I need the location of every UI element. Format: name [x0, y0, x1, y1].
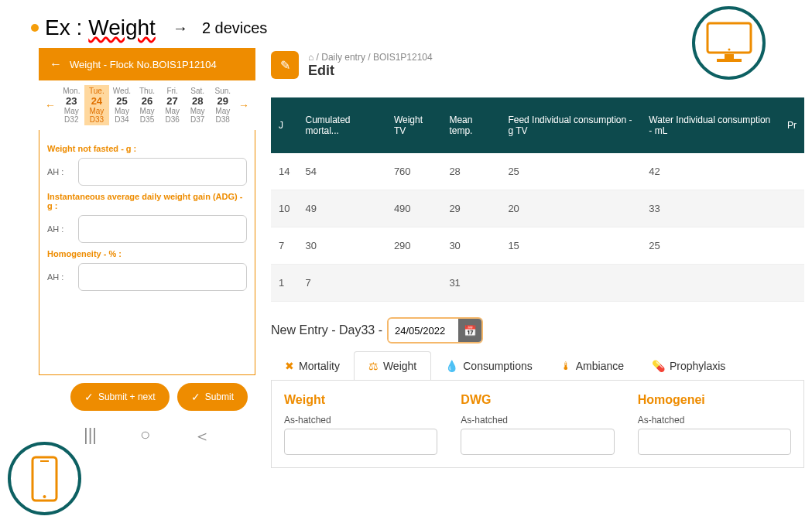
android-nav: ||| ○ ＜: [39, 419, 255, 451]
cal-day[interactable]: Sun.29MayD38: [210, 85, 235, 125]
table-cell: 30: [441, 227, 500, 265]
home-crumb[interactable]: ⌂: [308, 52, 313, 63]
submit-button[interactable]: ✓Submit: [177, 383, 248, 411]
table-cell: 7: [297, 265, 385, 302]
table-cell: 30: [297, 227, 385, 265]
table-cell: 7: [271, 227, 297, 265]
cal-day-selected[interactable]: Tue.24MayD33: [84, 85, 110, 125]
prophylaxis-icon: 💊: [652, 360, 665, 372]
table-cell: 33: [641, 190, 779, 227]
table-cell: 25: [641, 227, 779, 265]
title-ex: Ex :: [45, 15, 82, 40]
ambiance-icon: 🌡: [560, 360, 571, 372]
title-devices: 2 devices: [202, 19, 268, 37]
new-entry-label: New Entry - Day33 -: [271, 323, 382, 337]
col-mortal: Cumulated mortal...: [297, 97, 385, 153]
svg-rect-0: [708, 23, 751, 53]
flock-crumb[interactable]: BOIS1P12104: [373, 52, 433, 63]
col-feed: Feed Individual consumption - g TV: [500, 97, 641, 153]
cal-day[interactable]: Sat.28MayD37: [185, 85, 211, 125]
cal-day[interactable]: Fri.27MayD36: [159, 85, 185, 125]
table-cell: [641, 265, 779, 302]
panel-homog-title: Homogenei: [638, 393, 791, 407]
back-arrow-icon[interactable]: ←: [50, 57, 62, 71]
tab-prophylaxis[interactable]: 💊Prophylaxis: [638, 351, 739, 380]
table-cell: 29: [441, 190, 500, 227]
desktop-screen: ✎ ⌂ / Daily entry / BOIS1P12104 Edit J C…: [271, 48, 812, 468]
col-water: Water Individual consumption - mL: [641, 97, 779, 153]
homog-input[interactable]: [78, 263, 247, 291]
monitor-icon: [692, 6, 766, 80]
breadcrumb: ⌂ / Daily entry / BOIS1P12104: [308, 52, 433, 63]
tabs: ✖Mortality ⚖Weight 💧Consumptions 🌡Ambian…: [271, 351, 804, 380]
back-icon[interactable]: ＜: [194, 425, 211, 448]
table-cell: 10: [271, 190, 297, 227]
table-cell: 20: [500, 190, 641, 227]
table-cell: 490: [386, 190, 442, 227]
weight-label: Weight not fasted - g :: [47, 144, 247, 153]
table-row: 1731: [271, 265, 804, 302]
cal-prev-icon[interactable]: ←: [42, 99, 59, 111]
calendar-icon[interactable]: 📅: [458, 319, 481, 342]
col-temp: Mean temp.: [441, 97, 500, 153]
mobile-form: Weight not fasted - g : AH : Instantaneo…: [39, 130, 255, 375]
cal-day[interactable]: Wed.25MayD34: [109, 85, 135, 125]
table-cell: [779, 153, 804, 190]
ah-label: AH :: [47, 224, 70, 234]
svg-rect-1: [725, 54, 734, 59]
adg-label: Instantaneous average daily weight gain …: [47, 192, 247, 210]
col-weight: Weight TV: [386, 97, 442, 153]
cal-day[interactable]: Mon.23MayD32: [59, 85, 84, 125]
table-cell: [779, 227, 804, 265]
submit-next-button[interactable]: ✓Submit + next: [70, 383, 170, 411]
table-cell: 760: [386, 153, 442, 190]
table-cell: [779, 190, 804, 227]
col-pr: Pr: [779, 97, 804, 153]
edit-icon: ✎: [271, 51, 299, 79]
panel-weight-input[interactable]: [284, 429, 437, 455]
title-weight: Weight: [88, 15, 156, 40]
consumptions-icon: 💧: [445, 360, 458, 372]
tab-consumptions[interactable]: 💧Consumptions: [431, 351, 546, 380]
mobile-screen: ← Weight - Flock No.BOIS1P12104 ← Mon.23…: [39, 48, 255, 468]
data-table: J Cumulated mortal... Weight TV Mean tem…: [271, 97, 804, 302]
cal-day[interactable]: Thu.26MayD35: [135, 85, 160, 125]
table-cell: 28: [441, 153, 500, 190]
table-cell: 14: [271, 153, 297, 190]
tab-ambiance[interactable]: 🌡Ambiance: [546, 351, 638, 380]
recent-apps-icon[interactable]: |||: [84, 425, 97, 448]
as-hatched-label: As-hatched: [461, 415, 614, 426]
weight-input[interactable]: [78, 158, 247, 186]
title-arrow: →: [173, 19, 188, 37]
table-cell: [386, 265, 442, 302]
tab-mortality[interactable]: ✖Mortality: [271, 351, 354, 380]
svg-rect-2: [717, 59, 742, 62]
mobile-header: ← Weight - Flock No.BOIS1P12104: [39, 48, 255, 80]
col-j: J: [271, 97, 297, 153]
date-input[interactable]: [389, 320, 458, 341]
table-row: 1454760282542: [271, 153, 804, 190]
cal-next-icon[interactable]: →: [235, 99, 252, 111]
homog-label: Homogeneity - % :: [47, 249, 247, 258]
panel-homog-input[interactable]: [638, 429, 791, 455]
table-cell: [779, 265, 804, 302]
entry-panel: Weight As-hatched DWG As-hatched Homogen…: [271, 380, 804, 468]
table-row: 1049490292033: [271, 190, 804, 227]
slide-title: Ex : Weight → 2 devices: [0, 0, 812, 48]
tab-weight[interactable]: ⚖Weight: [354, 351, 431, 380]
table-cell: 42: [641, 153, 779, 190]
daily-crumb[interactable]: Daily entry: [321, 52, 365, 63]
check-icon: ✓: [191, 391, 200, 403]
phone-icon: [8, 442, 81, 515]
adg-input[interactable]: [78, 215, 247, 243]
svg-rect-6: [40, 460, 49, 462]
ah-label: AH :: [47, 272, 70, 282]
table-cell: 15: [500, 227, 641, 265]
table-cell: 290: [386, 227, 442, 265]
panel-dwg-input[interactable]: [461, 429, 614, 455]
home-icon[interactable]: ○: [140, 425, 150, 448]
calendar-strip: ← Mon.23MayD32 Tue.24MayD33 Wed.25MayD34…: [39, 80, 255, 130]
table-row: 730290301525: [271, 227, 804, 265]
table-cell: 25: [500, 153, 641, 190]
page-title: Edit: [308, 63, 433, 79]
